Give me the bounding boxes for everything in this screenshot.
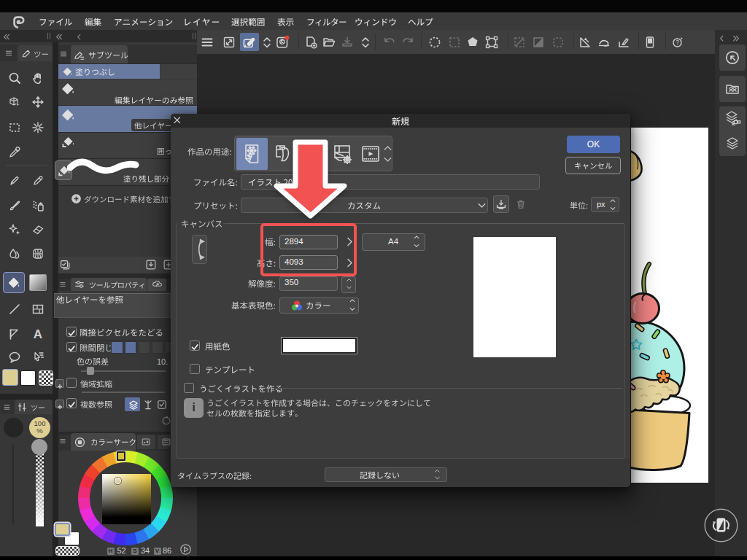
svg-text:A: A bbox=[34, 327, 42, 341]
svg-text:?: ? bbox=[676, 39, 679, 46]
